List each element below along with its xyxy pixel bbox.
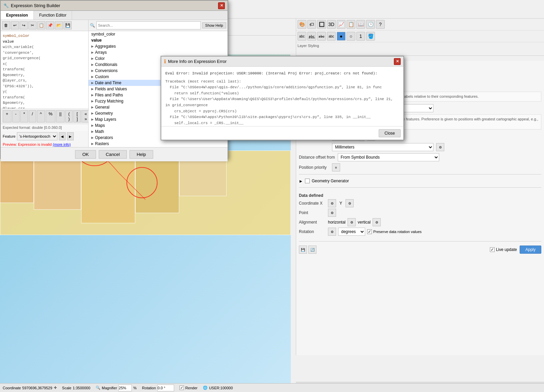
cursor-icon: ✛ <box>54 386 57 390</box>
coordinate-y-btn[interactable]: ⚙ <box>346 199 354 207</box>
alignment-v-btn[interactable]: ⚙ <box>373 218 381 226</box>
metadata-icon[interactable]: 📋 <box>347 20 355 29</box>
error-close-button[interactable]: Close <box>379 129 401 137</box>
expr-copy-btn[interactable]: 📋 <box>37 21 45 29</box>
status-bar: Coordinate 5970696,3679529 ✛ Scale 1:350… <box>0 383 544 392</box>
maps-arrow: ▶ <box>91 124 94 127</box>
expr-undo-btn[interactable]: ↩ <box>11 21 19 29</box>
tab-expression[interactable]: Expression <box>1 11 34 20</box>
legend-icon[interactable]: 📖 <box>356 20 365 29</box>
expr-tree-record[interactable]: ▶ Record and Attributes <box>89 147 228 147</box>
expr-tree-arrays[interactable]: ▶ Arrays <box>89 49 228 55</box>
geometry-arrow: ▶ <box>91 112 94 115</box>
error-dialog-footer: Close <box>161 126 403 140</box>
coordinate-x-btn[interactable]: ⚙ <box>328 199 336 207</box>
expr-feature-select[interactable]: 's-Hertoogenbosch <box>17 132 57 140</box>
op-power[interactable]: ^ <box>37 110 45 122</box>
apply-button[interactable]: Apply <box>520 246 541 254</box>
expr-cut-btn[interactable]: ✂ <box>28 21 37 29</box>
status-scale-value: 1:3500000 <box>73 386 90 390</box>
expr-search-input[interactable] <box>96 21 201 29</box>
help-icon[interactable]: ? <box>376 20 385 29</box>
abc2-icon[interactable]: a̲b̲c̲ <box>307 32 316 41</box>
datetime-label: Date and Time <box>95 80 121 85</box>
coordinate-row: Coordinate X ⚙ Y ⚙ <box>299 199 541 207</box>
expr-format-label: Expected format: double [0.0-360.0] <box>1 124 88 131</box>
blue-circle-icon[interactable]: ● <box>337 32 346 41</box>
op-plus[interactable]: + <box>3 110 11 122</box>
expr-tree-value[interactable]: value <box>89 37 228 43</box>
abc-icon[interactable]: abc <box>298 32 306 41</box>
expr-tree-symbol-color[interactable]: symbol_color <box>89 31 228 37</box>
white-circle-icon[interactable]: ○ <box>347 32 355 41</box>
error-traceback: Traceback (most recent call last): File … <box>165 79 399 126</box>
abc4-icon[interactable]: abc <box>327 32 336 41</box>
mask-icon[interactable]: 🔲 <box>317 20 326 29</box>
expr-next-feature-btn[interactable]: ▶ <box>67 132 74 140</box>
op-minus[interactable]: - <box>12 110 20 122</box>
expr-save-btn[interactable]: 💾 <box>64 21 72 29</box>
rotation-unit-select[interactable]: degrees <box>338 228 365 236</box>
op-mod[interactable]: % <box>46 110 56 122</box>
tab-function-editor[interactable]: Function Editor <box>34 11 72 20</box>
rotation-btn[interactable]: ⚙ <box>328 228 336 236</box>
expr-load-btn[interactable]: 📂 <box>55 21 63 29</box>
expr-tree-aggregates[interactable]: ▶ Aggregates <box>89 43 228 49</box>
diagram-icon[interactable]: 📈 <box>337 20 346 29</box>
restore-style-btn[interactable]: 🔄 <box>308 246 316 254</box>
status-rotation-input[interactable] <box>157 385 174 391</box>
expr-show-help-button[interactable]: Show Help <box>202 22 226 28</box>
op-parens[interactable]: ( ) <box>65 110 73 122</box>
geometry-label: Geometry <box>95 111 113 116</box>
point-btn[interactable]: ⚙ <box>328 209 336 217</box>
save-style-btn[interactable]: 💾 <box>299 246 307 254</box>
label-icon[interactable]: 🏷 <box>307 20 316 29</box>
error-dialog-close-button[interactable]: ✕ <box>394 58 401 65</box>
history-icon[interactable]: 🕑 <box>366 20 375 29</box>
expr-dialog-titlebar: 🔧 Expression String Builder ✕ <box>1 1 228 11</box>
status-magnifier-icon: 🔍 <box>96 386 100 390</box>
conditionals-arrow: ▶ <box>91 63 94 66</box>
op-brackets[interactable]: [ ] <box>73 110 81 122</box>
distance-offset-select[interactable]: From Symbol Bounds <box>338 153 439 161</box>
coordinate-label: Coordinate X <box>299 201 326 206</box>
3d-icon[interactable]: 3D <box>327 20 336 29</box>
live-update-checkbox[interactable]: ✓ <box>490 247 495 252</box>
status-render-checkbox[interactable]: ✓ <box>180 386 184 390</box>
distance-unit-select[interactable]: Millimeters <box>332 143 433 151</box>
expr-preview-invalid: Expression is invalid <box>18 142 53 146</box>
expr-cancel-button[interactable]: Cancel <box>99 150 127 159</box>
expr-more-info-link[interactable]: (more info) <box>53 142 71 146</box>
number1-icon[interactable]: 1 <box>356 32 365 41</box>
rasters-label: Rasters <box>95 141 109 146</box>
status-magnifier-input[interactable] <box>118 385 132 391</box>
preserve-rotation-checkbox[interactable]: ✓ <box>367 229 372 234</box>
alignment-h-btn[interactable]: ⚙ <box>348 218 356 226</box>
op-multiply[interactable]: * <box>20 110 28 122</box>
op-divide[interactable]: / <box>29 110 36 122</box>
expr-clear-btn[interactable]: 🗑 <box>2 21 10 29</box>
expr-redo-btn[interactable]: ↪ <box>20 21 28 29</box>
abc3-icon[interactable]: a̵b̵c̵ <box>317 32 326 41</box>
expr-tree-rasters[interactable]: ▶ Rasters <box>89 141 228 147</box>
expr-search-bar: 🔍 Show Help <box>89 20 228 31</box>
conversions-arrow: ▶ <box>91 69 94 72</box>
expr-text-editor[interactable]: symbol_color value with_variable( 'conve… <box>1 31 88 109</box>
expr-prev-feature-btn[interactable]: ◀ <box>59 132 66 140</box>
op-concat[interactable]: || <box>56 110 65 122</box>
expr-dialog-tabs: Expression Function Editor <box>1 11 228 20</box>
error-dialog-icon: ℹ <box>164 58 166 65</box>
expr-paste-btn[interactable]: 📌 <box>46 21 54 29</box>
geom-gen-expand-btn[interactable]: ▶ <box>299 179 303 183</box>
distance-unit-data-defined-btn[interactable]: ⚙ <box>436 143 444 151</box>
expr-dialog-close-button[interactable]: ✕ <box>218 2 225 9</box>
position-priority-edit-btn[interactable]: ≡ <box>332 163 340 171</box>
paintbucket-icon[interactable]: 🪣 <box>366 32 375 41</box>
expr-ok-button[interactable]: OK <box>75 150 96 159</box>
expr-help-button[interactable]: Help <box>129 150 153 159</box>
expr-feature-label: Feature <box>3 134 16 138</box>
geom-gen-label: Geometry Generator <box>312 179 349 183</box>
geom-gen-checkbox[interactable] <box>305 179 310 183</box>
point-row: Point ⚙ <box>299 209 541 217</box>
style-icon[interactable]: 🎨 <box>298 20 306 29</box>
